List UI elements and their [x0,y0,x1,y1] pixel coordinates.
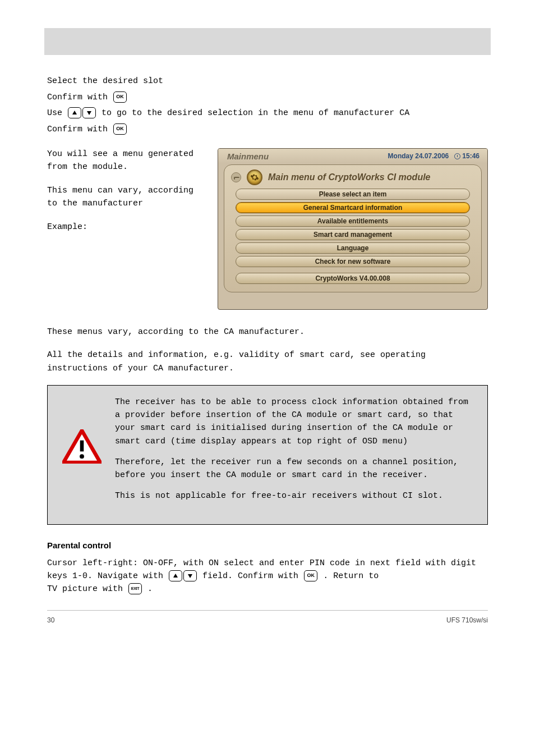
menu-item[interactable]: Language [236,242,470,254]
warn-p2: Therefore, let the receiver run a few se… [115,456,473,482]
left-example: Example: [47,221,204,234]
svg-rect-1 [80,440,84,451]
title-band [44,28,491,55]
menu-item[interactable]: Smart card management [236,229,470,240]
doc-id: UFS 710sw/si [446,616,488,624]
menu-item[interactable]: Check for new software [236,256,470,267]
arrow-up-key-icon [68,107,81,118]
arrow-up-key-icon [169,570,182,581]
ui-heading-row: Main menu of CryptoWorks CI module [231,169,476,185]
intro-line-2b: to go to the desired selection in the me… [102,108,409,118]
intro-line-2a: Use [47,108,62,118]
arrow-down-key-icon [183,570,197,581]
intro-line-1: Select the desired slot [47,75,488,88]
ui-clock: 15:46 [454,152,479,160]
mid-copy: These menus vary, according to the CA ma… [47,326,488,375]
svg-point-2 [80,454,84,459]
intro-confirm-1: Confirm with [47,91,488,104]
parental-d: TV picture with [47,584,123,594]
ui-tab-label: Mainmenu [227,152,269,161]
left-column: You will see a menu generated from the m… [47,148,204,245]
clock-icon [454,153,460,159]
exit-key-icon [128,583,142,594]
warning-text: The receiver has to be able to process c… [115,396,473,511]
ok-key-icon [113,91,127,103]
parental-e: . [147,584,153,594]
footer: 30 UFS 710sw/si [47,610,488,624]
intro-text-1: Select the desired slot [47,76,163,86]
warning-icon [62,429,102,466]
menu-item-selected[interactable]: General Smartcard information [236,202,470,213]
ok-key-icon [113,123,127,135]
mid-line-1: These menus vary, according to the CA ma… [47,326,488,338]
ok-key-icon [304,570,317,581]
intro-line-2: Use to go to the desired selection in th… [47,107,488,120]
ui-prompt: Please select an item [236,189,470,200]
ui-topbar: Mainmenu Monday 24.07.2006 15:46 [218,149,487,163]
gear-icon [247,169,262,185]
intro-confirm-2-text: Confirm with [47,125,108,134]
ui-heading: Main menu of CryptoWorks CI module [268,172,431,182]
ui-screenshot: Mainmenu Monday 24.07.2006 15:46 Main me… [218,148,488,310]
parental-copy: Cursor left-right: ON-OFF, with ON selec… [47,557,488,596]
menu-item[interactable]: Available entitlements [236,216,470,227]
back-icon[interactable] [231,172,241,182]
warning-box: The receiver has to be able to process c… [47,385,488,525]
ui-panel: Main menu of CryptoWorks CI module Pleas… [224,164,482,292]
intro-confirm-1-text: Confirm with [47,93,108,102]
warn-p3: This is not applicable for free-to-air r… [115,489,473,502]
mid-line-2: All the details and information, e.g. va… [47,349,488,375]
intro-confirm-2: Confirm with [47,123,488,136]
page-number: 30 [47,616,54,624]
left-line-2: This menu can vary, according to the man… [47,185,204,210]
warn-p1: The receiver has to be able to process c… [115,396,473,448]
ui-date: Monday 24.07.2006 [388,152,449,160]
ui-time: 15:46 [462,152,479,160]
arrow-down-key-icon [82,107,96,118]
parental-heading: Parental control [47,540,488,550]
left-line-1: You will see a menu generated from the m… [47,148,204,173]
ui-version: CryptoWorks V4.00.008 [236,273,470,284]
parental-b: field. Confirm with [202,571,298,581]
parental-c: . Return to [323,571,379,581]
